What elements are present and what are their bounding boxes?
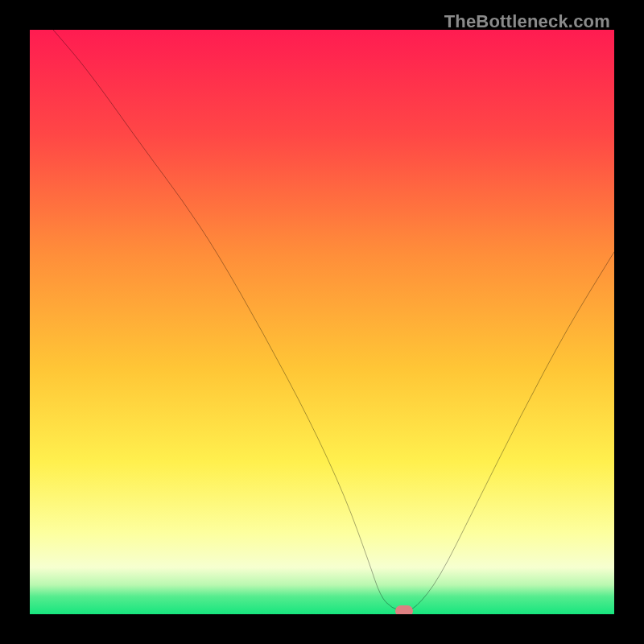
- optimum-marker: [395, 605, 413, 614]
- chart-frame: TheBottleneck.com: [0, 0, 644, 644]
- bottleneck-curve: [30, 30, 614, 614]
- watermark-text: TheBottleneck.com: [444, 11, 610, 32]
- plot-area: [30, 30, 614, 614]
